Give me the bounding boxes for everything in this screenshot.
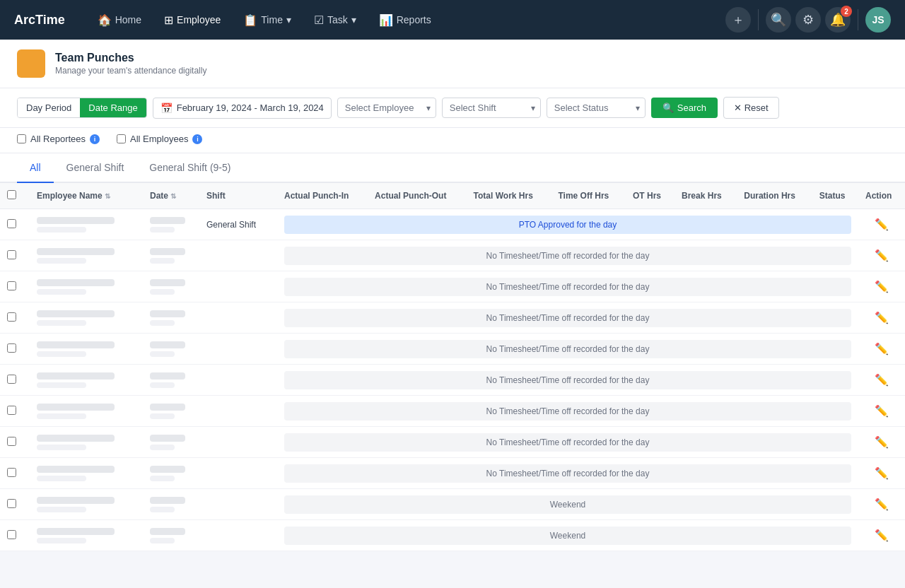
- cell-date: [143, 520, 199, 551]
- employee-name-sort-icon[interactable]: ⇅: [105, 192, 110, 200]
- shift-select[interactable]: Select Shift: [442, 98, 541, 118]
- nav-item-employee[interactable]: ⊞ Employee: [154, 8, 230, 33]
- skeleton-date-line1: [150, 435, 185, 442]
- edit-button[interactable]: ✏️: [869, 495, 894, 514]
- page-header-icon: [17, 49, 45, 78]
- nav-label-time: Time: [261, 14, 283, 25]
- status-bar: PTO Approved for the day: [284, 216, 851, 234]
- skeleton-name-line2: [37, 320, 86, 326]
- cell-check: [0, 365, 30, 396]
- checkbox-row: All Reportees i All Employees i: [0, 128, 905, 153]
- date-range-input[interactable]: 📅 February 19, 2024 - March 19, 2024: [153, 98, 332, 119]
- all-employees-info: i: [192, 134, 202, 144]
- skeleton-date-line1: [150, 279, 185, 286]
- status-bar: Weekend: [284, 495, 851, 514]
- th-date-label: Date: [150, 191, 168, 201]
- table-row: Weekend ✏️: [0, 520, 905, 551]
- row-checkbox[interactable]: [7, 250, 16, 259]
- cell-name: [30, 240, 143, 271]
- cell-shift: General Shift: [199, 209, 277, 240]
- date-sort-icon[interactable]: ⇅: [170, 192, 176, 200]
- cell-shift: [199, 396, 277, 427]
- cell-check: [0, 458, 30, 489]
- cell-action: ✏️: [858, 489, 905, 520]
- nav-item-time[interactable]: 📋 Time ▾: [233, 8, 301, 33]
- all-reportees-label[interactable]: All Reportees i: [17, 134, 100, 144]
- employee-select[interactable]: Select Employee: [337, 98, 436, 118]
- cell-date: [143, 365, 199, 396]
- edit-button[interactable]: ✏️: [869, 526, 894, 545]
- cell-action: ✏️: [858, 271, 905, 302]
- row-checkbox[interactable]: [7, 437, 16, 446]
- skeleton-name-line2: [37, 351, 86, 357]
- nav-item-reports[interactable]: 📊 Reports: [369, 8, 441, 33]
- cell-status-span: No Timesheet/Time off recorded for the d…: [277, 240, 858, 271]
- day-period-button[interactable]: Day Period: [18, 98, 80, 117]
- status-bar: No Timesheet/Time off recorded for the d…: [284, 371, 851, 389]
- cell-action: ✏️: [858, 302, 905, 334]
- edit-button[interactable]: ✏️: [869, 339, 894, 358]
- skeleton-name-line1: [37, 279, 115, 286]
- employee-icon: ⊞: [164, 13, 173, 27]
- home-icon: 🏠: [98, 13, 112, 27]
- skeleton-date-line2: [150, 413, 175, 419]
- table-body: General Shift PTO Approved for the day ✏…: [0, 209, 905, 551]
- row-checkbox[interactable]: [7, 281, 16, 290]
- th-date: Date ⇅: [143, 183, 199, 209]
- edit-button[interactable]: ✏️: [869, 401, 894, 421]
- cell-name: [30, 271, 143, 302]
- add-button[interactable]: ＋: [725, 7, 751, 33]
- tab-general-shift-9-5[interactable]: General Shift (9-5): [136, 153, 243, 183]
- edit-button[interactable]: ✏️: [869, 433, 894, 452]
- edit-button[interactable]: ✏️: [869, 277, 894, 296]
- th-total-work: Total Work Hrs: [467, 183, 551, 209]
- filter-bar: Day Period Date Range 📅 February 19, 202…: [0, 88, 905, 128]
- nav-item-home[interactable]: 🏠 Home: [88, 8, 151, 33]
- tab-general-shift[interactable]: General Shift: [54, 153, 137, 183]
- settings-button[interactable]: ⚙: [795, 7, 821, 33]
- select-all-checkbox[interactable]: [7, 190, 16, 199]
- reset-button[interactable]: ✕ Reset: [723, 97, 779, 119]
- skeleton-name-line1: [37, 466, 115, 473]
- table-row: No Timesheet/Time off recorded for the d…: [0, 458, 905, 489]
- edit-button[interactable]: ✏️: [869, 215, 894, 234]
- row-checkbox[interactable]: [7, 530, 16, 539]
- row-checkbox[interactable]: [7, 219, 16, 228]
- cell-date: [143, 489, 199, 520]
- th-check: [0, 183, 30, 209]
- search-icon: 🔍: [662, 102, 674, 113]
- row-checkbox[interactable]: [7, 406, 16, 415]
- row-checkbox[interactable]: [7, 499, 16, 508]
- brand-logo[interactable]: ArcTime: [14, 13, 65, 28]
- skeleton-name-line1: [37, 528, 115, 535]
- skeleton-date-line2: [150, 289, 175, 295]
- cell-status-span: No Timesheet/Time off recorded for the d…: [277, 334, 858, 365]
- all-employees-label[interactable]: All Employees i: [117, 134, 202, 144]
- avatar[interactable]: JS: [865, 7, 891, 33]
- th-punch-out: Actual Punch-Out: [368, 183, 467, 209]
- edit-button[interactable]: ✏️: [869, 308, 894, 327]
- row-checkbox[interactable]: [7, 375, 16, 384]
- th-ot: OT Hrs: [626, 183, 675, 209]
- edit-button[interactable]: ✏️: [869, 246, 894, 265]
- date-range-button[interactable]: Date Range: [80, 98, 146, 117]
- all-reportees-checkbox[interactable]: [17, 134, 26, 143]
- skeleton-date-line2: [150, 351, 175, 357]
- tab-all[interactable]: All: [17, 153, 54, 183]
- search-button[interactable]: 🔍 Search: [651, 98, 718, 118]
- row-checkbox[interactable]: [7, 468, 16, 477]
- nav-item-task[interactable]: ☑ Task ▾: [304, 8, 366, 33]
- status-bar: No Timesheet/Time off recorded for the d…: [284, 464, 851, 483]
- time-icon: 📋: [243, 13, 257, 27]
- edit-button[interactable]: ✏️: [869, 370, 894, 389]
- status-select[interactable]: Select Status: [547, 98, 646, 118]
- row-checkbox[interactable]: [7, 312, 16, 322]
- row-checkbox[interactable]: [7, 343, 16, 353]
- all-employees-checkbox[interactable]: [117, 134, 126, 143]
- search-button[interactable]: 🔍: [766, 7, 791, 33]
- task-dropdown-icon: ▾: [351, 14, 356, 25]
- cell-action: ✏️: [858, 458, 905, 489]
- reports-icon: 📊: [379, 13, 393, 27]
- nav-separator: [758, 9, 759, 30]
- edit-button[interactable]: ✏️: [869, 464, 894, 483]
